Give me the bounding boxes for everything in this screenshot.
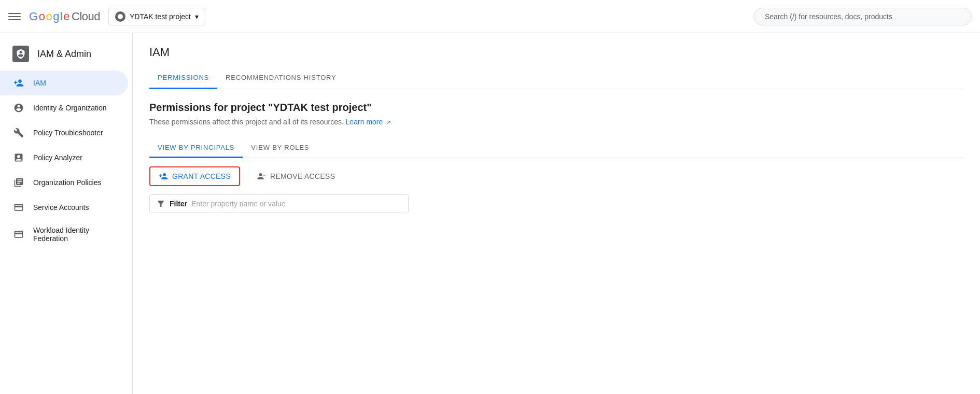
sidebar-item-workload-identity-label: Workload Identity Federation: [33, 226, 116, 243]
sidebar-item-identity-org[interactable]: Identity & Organization: [0, 95, 128, 120]
page-title: IAM: [149, 46, 963, 59]
logo-l: l: [60, 10, 62, 23]
sidebar-item-iam[interactable]: IAM: [0, 71, 128, 95]
tab-recommendations[interactable]: RECOMMENDATIONS HISTORY: [217, 67, 344, 89]
permissions-desc: These permissions affect this project an…: [149, 118, 963, 126]
sidebar: IAM & Admin IAM Identity & Organization …: [0, 33, 133, 394]
logo-cloud: Cloud: [72, 10, 100, 23]
identity-org-icon: [12, 102, 25, 114]
policy-troubleshooter-icon: [12, 126, 25, 139]
view-tab-by-roles[interactable]: VIEW BY ROLES: [243, 138, 317, 158]
view-tab-by-principals[interactable]: VIEW BY PRINCIPALS: [149, 138, 243, 158]
sidebar-item-service-accounts-label: Service Accounts: [33, 203, 89, 212]
filter-bar[interactable]: Filter Enter property name or value: [149, 194, 409, 213]
google-logo: Google Cloud: [29, 10, 100, 23]
remove-access-icon: [257, 172, 266, 181]
menu-button[interactable]: [8, 10, 21, 23]
sidebar-item-policy-troubleshooter[interactable]: Policy Troubleshooter: [0, 120, 128, 145]
project-name: YDTAK test project: [130, 12, 191, 21]
main-content: IAM PERMISSIONS RECOMMENDATIONS HISTORY …: [133, 33, 980, 394]
grant-access-button[interactable]: GRANT ACCESS: [149, 166, 240, 186]
project-icon: [115, 11, 125, 22]
sidebar-item-identity-org-label: Identity & Organization: [33, 104, 107, 112]
service-accounts-icon: [12, 201, 25, 214]
sidebar-item-policy-analyzer-label: Policy Analyzer: [33, 153, 82, 162]
workload-identity-icon: [12, 228, 25, 241]
org-policies-icon: [12, 176, 25, 189]
filter-placeholder: Enter property name or value: [191, 200, 285, 208]
logo-o2: o: [46, 10, 52, 23]
learn-more-link[interactable]: Learn more ↗: [346, 118, 391, 126]
logo-e: e: [63, 10, 69, 23]
logo-g2: g: [53, 10, 59, 23]
sidebar-item-org-policies-label: Organization Policies: [33, 178, 102, 187]
sidebar-item-org-policies[interactable]: Organization Policies: [0, 170, 128, 195]
logo-g: G: [29, 10, 38, 23]
sidebar-item-policy-analyzer[interactable]: Policy Analyzer: [0, 145, 128, 170]
external-link-icon: ↗: [386, 119, 391, 126]
remove-access-button[interactable]: REMOVE ACCESS: [248, 167, 343, 185]
sidebar-header: IAM & Admin: [0, 37, 132, 71]
layout: IAM & Admin IAM Identity & Organization …: [0, 33, 980, 394]
sidebar-item-policy-troubleshooter-label: Policy Troubleshooter: [33, 129, 103, 137]
dropdown-arrow-icon: ▾: [195, 12, 199, 21]
topbar: Google Cloud YDTAK test project ▾ Search…: [0, 0, 980, 33]
main-tabs: PERMISSIONS RECOMMENDATIONS HISTORY: [149, 67, 963, 89]
iam-icon: [12, 77, 25, 89]
sidebar-item-service-accounts[interactable]: Service Accounts: [0, 195, 128, 220]
view-tabs: VIEW BY PRINCIPALS VIEW BY ROLES: [149, 138, 963, 158]
sidebar-item-iam-label: IAM: [33, 79, 46, 87]
permissions-title: Permissions for project "YDTAK test proj…: [149, 102, 963, 114]
filter-label: Filter: [170, 200, 187, 208]
sidebar-header-title: IAM & Admin: [37, 49, 91, 60]
remove-access-label: REMOVE ACCESS: [270, 172, 335, 180]
grant-access-label: GRANT ACCESS: [172, 172, 231, 180]
policy-analyzer-icon: [12, 151, 25, 164]
logo-o1: o: [39, 10, 45, 23]
tab-permissions[interactable]: PERMISSIONS: [149, 67, 217, 89]
action-bar: GRANT ACCESS REMOVE ACCESS: [149, 166, 963, 186]
grant-access-icon: [159, 172, 168, 181]
project-selector[interactable]: YDTAK test project ▾: [108, 8, 205, 25]
sidebar-item-workload-identity[interactable]: Workload Identity Federation: [0, 220, 128, 249]
search-bar[interactable]: Search (/) for resources, docs, products: [754, 8, 972, 25]
filter-icon: [156, 199, 165, 208]
iam-admin-icon: [12, 46, 29, 62]
